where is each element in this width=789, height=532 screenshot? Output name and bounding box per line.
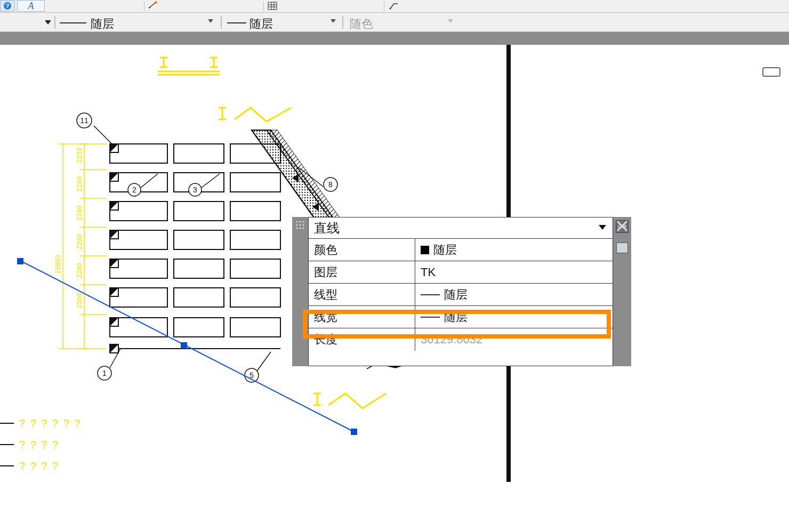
property-row-lineweight[interactable]: 线宽 随层 [309,306,613,328]
property-value[interactable]: 随层 [415,284,613,305]
lineweight-dropdown[interactable] [331,19,336,23]
legend-line-icon [0,444,14,445]
svg-line-71 [202,174,220,188]
svg-point-102 [303,228,304,229]
svg-text:2: 2 [132,186,136,194]
object-type-label: 直线 [314,220,340,237]
svg-rect-42 [174,259,224,278]
property-key: 线宽 [309,306,415,328]
properties-grid: 颜色 随层 图层 TK 线型 随层 [309,239,613,351]
svg-rect-45 [174,288,224,307]
selection-grip[interactable] [351,429,357,435]
svg-line-67 [94,126,114,146]
property-row-layer[interactable]: 图层 TK [309,261,613,284]
chevron-down-icon [45,20,51,25]
chevron-down-icon [208,19,213,23]
svg-rect-30 [174,144,224,163]
textstyle-glyph: A [28,1,34,12]
svg-rect-34 [230,173,280,192]
separator [263,2,264,11]
color-dropdown[interactable] [448,19,453,23]
grip-dots-icon [295,220,305,230]
svg-text:2240: 2240 [75,176,83,192]
color-swatch-icon [421,246,429,254]
svg-point-96 [303,221,304,223]
svg-text:2240: 2240 [75,234,83,249]
chevron-down-icon [599,225,606,230]
lineweight-dropdown-label: 随层 [249,16,273,32]
panel-options-icon[interactable] [616,243,628,253]
svg-text:2240: 2240 [75,263,83,278]
legend-text: ? ? ? ? ? ? [19,417,82,430]
svg-point-95 [300,221,301,223]
drawing-canvas[interactable]: 2233 2240 2240 2240 2240 2560 15893 [0,45,789,482]
svg-text:8: 8 [328,180,333,189]
svg-line-69 [141,174,158,188]
legend-row: ? ? ? ? [0,455,82,477]
linetype-preview-icon [421,294,440,295]
svg-text:2560: 2560 [75,293,83,308]
chevron-down-icon [331,19,336,23]
help-button[interactable]: ? [0,0,15,12]
close-icon[interactable] [615,219,629,233]
chevron-down-icon [448,19,453,23]
color-dropdown-label: 随色 [350,16,373,32]
svg-text:?: ? [6,3,10,9]
selection-grip[interactable] [181,342,187,349]
svg-point-100 [296,228,298,229]
linetype-dropdown[interactable] [208,19,213,23]
svg-text:3: 3 [193,186,197,194]
separator [54,16,55,29]
separator [342,16,343,29]
svg-text:11: 11 [80,116,88,125]
svg-rect-39 [174,230,224,249]
properties-panel-body: 直线 颜色 随层 图层 TK [308,217,613,366]
toolbar-properties: 随层 随层 随色 [0,13,789,32]
svg-point-97 [296,224,298,226]
toolbar-styles: ? A [0,0,789,13]
legend-line-icon [0,465,14,466]
tablestyle-dropdown[interactable] [267,0,278,12]
tab-bar [0,32,789,45]
panel-grip-right[interactable]: CUI [613,217,631,366]
svg-rect-46 [230,288,280,307]
legend-line-icon [0,423,14,424]
svg-text:1: 1 [102,369,107,377]
svg-point-101 [300,228,301,229]
svg-rect-40 [230,230,280,249]
svg-point-7 [390,8,391,10]
property-value[interactable]: 随层 [415,306,613,328]
multileader-dropdown[interactable] [388,0,400,12]
property-key: 长度 [309,328,415,351]
help-icon: ? [3,2,12,10]
property-key: 线型 [309,284,415,305]
svg-text:2233: 2233 [75,148,83,163]
multileader-icon [389,1,399,11]
svg-rect-36 [174,201,224,221]
svg-rect-43 [230,259,280,278]
property-row-color[interactable]: 颜色 随层 [309,239,613,261]
object-type-dropdown[interactable]: 直线 [309,217,613,239]
svg-text:2240: 2240 [75,205,83,221]
property-row-linetype[interactable]: 线型 随层 [309,284,613,306]
selection-grip[interactable] [17,258,23,264]
svg-line-77 [257,352,271,371]
layer-dropdown[interactable] [31,15,51,30]
property-value-readonly: 30129.8032 [415,328,613,351]
property-value[interactable]: 随层 [415,239,613,261]
collapsed-panel-tab[interactable] [762,67,780,77]
svg-text:15893: 15893 [54,255,62,274]
property-row-length: 长度 30129.8032 [309,328,613,351]
dimstyle-dropdown[interactable] [147,0,159,12]
svg-point-99 [303,224,304,226]
lineweight-preview [227,22,246,23]
svg-rect-2 [268,2,277,10]
panel-grip-left[interactable] [292,217,308,366]
property-key: 图层 [309,261,415,283]
textstyle-dropdown[interactable]: A [17,0,45,12]
property-value[interactable]: TK [415,261,613,283]
lineweight-preview-icon [421,317,440,318]
svg-point-98 [300,224,301,226]
svg-rect-49 [230,318,280,337]
svg-rect-37 [230,201,280,221]
